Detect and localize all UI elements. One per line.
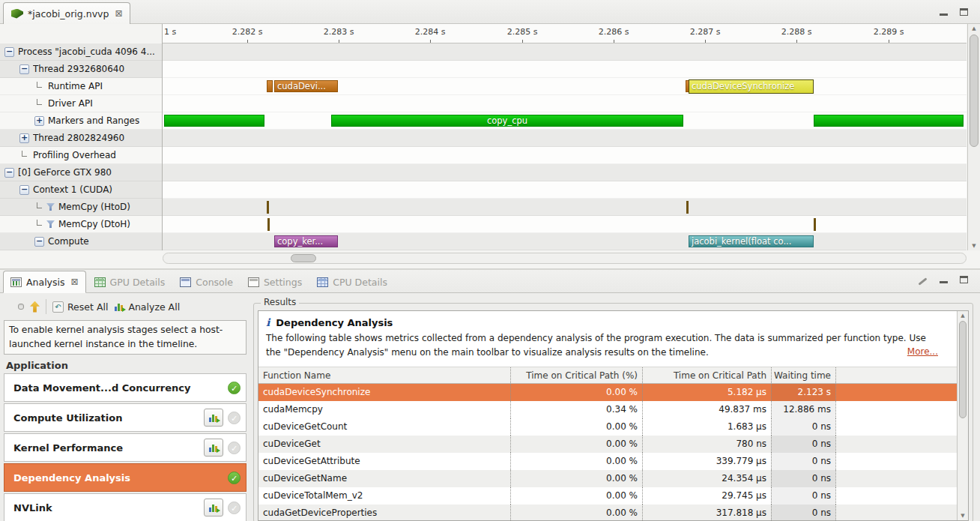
ruler-label: 1 s: [164, 27, 176, 37]
collapse-icon[interactable]: −: [4, 47, 14, 57]
timeline-bar[interactable]: [267, 80, 273, 92]
guided-view-button[interactable]: [6, 304, 12, 310]
scroll-up-icon[interactable]: ▲: [968, 25, 980, 31]
collapse-icon[interactable]: −: [19, 64, 29, 74]
tree-row-markers-and-ranges[interactable]: +Markers and Ranges: [0, 112, 162, 130]
timeline-bar-jacobi-kernel-float-co[interactable]: jacobi_kernel(float co...: [689, 235, 814, 247]
timeline-bar[interactable]: [164, 115, 264, 127]
tab-settings[interactable]: Settings: [241, 271, 309, 292]
tab-close-icon[interactable]: ⊠: [71, 277, 79, 287]
timeline-lane-context-1-cuda[interactable]: [163, 181, 967, 199]
stage-chart-button[interactable]: [204, 409, 223, 427]
minimize-icon[interactable]: [940, 281, 948, 283]
analysis-item-dependency-analysis[interactable]: Dependency Analysis: [4, 463, 246, 492]
timeline-horizontal-scrollbar[interactable]: [163, 253, 967, 264]
timeline-lane-thread-2802824960[interactable]: [163, 130, 967, 147]
column-header-function-name[interactable]: Function Name: [258, 367, 510, 383]
table-row-cudevicegetattribute[interactable]: cuDeviceGetAttribute0.00 %339.779 µs0 ns: [258, 453, 957, 470]
scroll-up-icon[interactable]: ▲: [958, 313, 968, 319]
timeline-bar-copy-ker[interactable]: copy_ker...: [274, 235, 338, 247]
column-header-time-on-critical-path[interactable]: Time on Critical Path: [642, 367, 771, 383]
table-cell: 0 ns: [771, 418, 835, 436]
timeline-bar[interactable]: [814, 218, 816, 231]
timeline-bar-cudadevi[interactable]: cudaDevi...: [274, 80, 338, 92]
timeline-vertical-scrollbar[interactable]: ▲ ▼: [967, 24, 980, 250]
timeline-lane-runtime-api[interactable]: cudaDevi...cudaDeviceSynchronize: [163, 78, 967, 95]
maximize-icon[interactable]: [960, 8, 968, 16]
tab-cpu-details[interactable]: CPU Details: [310, 271, 394, 292]
timeline-lane-process-jacobi-cuda-4096-4[interactable]: [163, 43, 967, 61]
collapse-icon[interactable]: −: [19, 185, 29, 195]
analysis-item-data-movement-d-concurrency[interactable]: Data Movement...d Concurrency: [4, 373, 246, 402]
timeline-bar-cudadevicesynchronize[interactable]: cudaDeviceSynchronize: [689, 79, 814, 94]
stage-chart-button[interactable]: [204, 439, 223, 457]
timeline-bar[interactable]: [814, 115, 964, 127]
expand-icon[interactable]: +: [34, 116, 44, 126]
tree-row-runtime-api[interactable]: Runtime API: [0, 78, 162, 95]
timeline-ruler[interactable]: 1 s2.282 s2.283 s2.284 s2.285 s2.286 s2.…: [163, 24, 967, 43]
tree-row-label: Profiling Overhead: [33, 150, 116, 160]
timeline-lane-markers-and-ranges[interactable]: copy_cpu: [163, 112, 967, 130]
table-row-cudagetdeviceproperties[interactable]: cudaGetDeviceProperties0.00 %317.818 µs0…: [258, 505, 957, 521]
table-row-cudamemcpy[interactable]: cudaMemcpy0.34 %49.837 ms12.886 ms: [258, 401, 957, 418]
reset-all-button[interactable]: ↶ Reset All: [52, 301, 108, 313]
stage-chart-button[interactable]: [204, 499, 223, 517]
analysis-item-kernel-performance[interactable]: Kernel Performance: [4, 433, 246, 462]
unguided-view-button[interactable]: [18, 304, 24, 310]
tree-row-thread-2802824960[interactable]: +Thread 2802824960: [0, 130, 162, 147]
collapse-icon[interactable]: −: [34, 237, 44, 247]
ruler-label: 2.289 s: [874, 27, 904, 37]
tree-row-label: Thread 2932680640: [33, 64, 124, 74]
analysis-item-compute-utilization[interactable]: Compute Utilization: [4, 403, 246, 432]
timeline-lane-compute[interactable]: copy_ker...jacobi_kernel(float co...: [163, 233, 967, 250]
table-row-cudadevicesynchronize[interactable]: cudaDeviceSynchronize0.00 %5.182 µs2.123…: [258, 384, 957, 401]
table-cell: 339.779 µs: [642, 453, 771, 470]
tree-row-memcpy-htod[interactable]: MemCpy (HtoD): [0, 199, 162, 216]
tree-row-profiling-overhead[interactable]: Profiling Overhead: [0, 147, 162, 164]
table-row-cudevicegetcount[interactable]: cuDeviceGetCount0.00 %1.683 µs0 ns: [258, 418, 957, 436]
maximize-icon[interactable]: [960, 276, 968, 283]
timeline-lane-memcpy-htod[interactable]: [163, 199, 967, 216]
scroll-down-icon[interactable]: ▼: [968, 243, 980, 249]
up-arrow-icon[interactable]: [30, 301, 40, 313]
timeline-lane-profiling-overhead[interactable]: [163, 147, 967, 164]
tree-timeline-divider[interactable]: [162, 24, 163, 250]
timeline-bar[interactable]: [267, 218, 270, 231]
timeline-bar-copy-cpu[interactable]: copy_cpu: [331, 115, 683, 127]
tree-row-thread-2932680640[interactable]: −Thread 2932680640: [0, 61, 162, 78]
timeline-lane-thread-2932680640[interactable]: [163, 61, 967, 78]
analysis-item-label: Kernel Performance: [13, 442, 204, 454]
table-row-cudeviceget[interactable]: cuDeviceGet0.00 %780 ns0 ns: [258, 436, 957, 453]
tree-row-0-geforce-gtx-980[interactable]: −[0] GeForce GTX 980: [0, 164, 162, 181]
scrollbar-thumb[interactable]: [291, 254, 316, 262]
tree-row-compute[interactable]: −Compute: [0, 233, 162, 250]
tab-gpu-details[interactable]: GPU Details: [88, 271, 172, 292]
timeline-lane-memcpy-dtoh[interactable]: [163, 216, 967, 233]
column-header-time-on-critical-path[interactable]: Time on Critical Path (%): [510, 367, 642, 383]
timeline-lane-driver-api[interactable]: [163, 95, 967, 112]
timeline-bar[interactable]: [267, 201, 269, 214]
scroll-down-icon[interactable]: ▼: [958, 513, 968, 519]
scrollbar-thumb[interactable]: [959, 321, 967, 418]
minimize-icon[interactable]: [940, 13, 948, 16]
timeline-bar[interactable]: [686, 201, 689, 214]
results-scrollbar[interactable]: ▲ ▼: [957, 311, 968, 520]
analyze-all-button[interactable]: Analyze All: [114, 301, 180, 313]
tree-row-driver-api[interactable]: Driver API: [0, 95, 162, 112]
table-row-cudevicegetname[interactable]: cuDeviceGetName0.00 %24.354 µs0 ns: [258, 470, 957, 487]
scrollbar-thumb[interactable]: [970, 34, 979, 147]
tab-analysis[interactable]: Analysis⊠: [3, 271, 86, 293]
more-link[interactable]: More...: [907, 346, 938, 357]
tab-console[interactable]: Console: [173, 271, 240, 292]
analysis-item-nvlink[interactable]: NVLink: [4, 493, 246, 521]
tree-row-memcpy-dtoh[interactable]: MemCpy (DtoH): [0, 216, 162, 233]
timeline-lane-0-geforce-gtx-980[interactable]: [163, 164, 967, 181]
table-row-cudevicetotalmem-v2[interactable]: cuDeviceTotalMem_v20.00 %29.745 µs0 ns: [258, 487, 957, 505]
tab-close-icon[interactable]: ⊠: [115, 8, 122, 19]
tree-row-process-jacobi-cuda-4096-4[interactable]: −Process "jacobi_cuda 4096 4...: [0, 43, 162, 61]
editor-tab[interactable]: *jacobi_orig.nvvp ⊠: [3, 2, 130, 24]
column-header-waiting-time[interactable]: ▲Waiting time: [771, 367, 835, 383]
tree-row-context-1-cuda[interactable]: −Context 1 (CUDA): [0, 181, 162, 199]
expand-icon[interactable]: +: [19, 133, 29, 143]
collapse-icon[interactable]: −: [4, 168, 14, 178]
